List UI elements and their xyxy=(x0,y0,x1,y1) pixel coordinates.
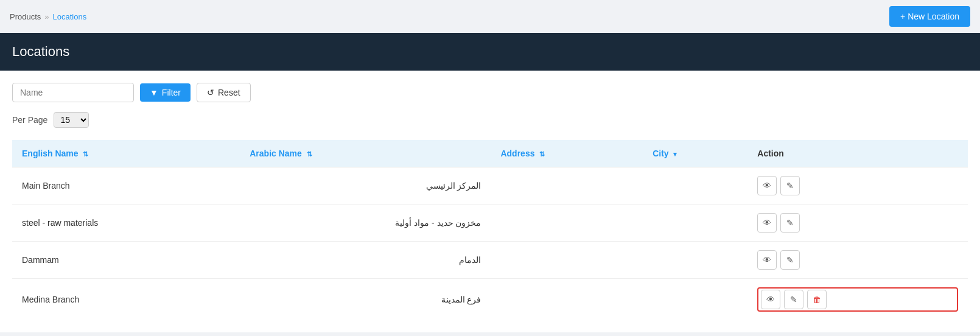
cell-city xyxy=(643,167,747,205)
edit-icon: ✎ xyxy=(786,218,794,228)
new-location-button[interactable]: + New Location xyxy=(889,6,970,27)
cell-city xyxy=(643,242,747,279)
action-buttons: 👁✎🗑 xyxy=(757,287,958,312)
per-page-select[interactable]: 15 25 50 100 xyxy=(54,112,89,128)
cell-arabic-name: مخزون حديد - مواد أولية xyxy=(240,205,491,242)
table-row: steel - raw materialsمخزون حديد - مواد أ… xyxy=(12,205,968,242)
cell-arabic-name: فرع المدينة xyxy=(240,279,491,321)
page-header: Locations xyxy=(0,33,980,71)
col-english-name[interactable]: English Name ⇅ xyxy=(12,140,240,167)
cell-action: 👁✎ xyxy=(747,205,968,242)
cell-address xyxy=(491,167,643,205)
view-button[interactable]: 👁 xyxy=(761,290,780,309)
cell-action: 👁✎ xyxy=(747,242,968,279)
reset-button[interactable]: ↺ Reset xyxy=(197,83,251,102)
cell-address xyxy=(491,205,643,242)
col-city[interactable]: City ▾ xyxy=(643,140,747,167)
filter-row: ▼ Filter ↺ Reset xyxy=(12,83,968,102)
eye-icon: 👁 xyxy=(763,181,771,191)
edit-button[interactable]: ✎ xyxy=(780,213,800,233)
sort-icon-address: ⇅ xyxy=(539,150,545,158)
action-buttons: 👁✎ xyxy=(757,176,958,195)
sort-icon-english: ⇅ xyxy=(83,150,88,158)
edit-button[interactable]: ✎ xyxy=(780,250,800,270)
edit-button[interactable]: ✎ xyxy=(784,290,803,309)
view-button[interactable]: 👁 xyxy=(757,213,777,233)
per-page-label: Per Page xyxy=(12,115,47,125)
col-arabic-name[interactable]: Arabic Name ⇅ xyxy=(240,140,491,167)
filter-icon: ▼ xyxy=(150,88,158,97)
cell-english-name: Main Branch xyxy=(12,167,240,205)
edit-icon: ✎ xyxy=(786,255,794,265)
cell-city xyxy=(643,279,747,321)
edit-icon: ✎ xyxy=(786,181,794,191)
sort-icon-arabic: ⇅ xyxy=(307,150,312,158)
cell-english-name: Dammam xyxy=(12,242,240,279)
cell-city xyxy=(643,205,747,242)
action-buttons: 👁✎ xyxy=(757,213,958,233)
cell-action: 👁✎🗑 xyxy=(747,279,968,321)
eye-icon: 👁 xyxy=(763,255,771,265)
cell-action: 👁✎ xyxy=(747,167,968,205)
cell-arabic-name: المركز الرئيسي xyxy=(240,167,491,205)
breadcrumb-current: Locations xyxy=(53,12,87,21)
eye-icon: 👁 xyxy=(763,218,771,228)
cell-address xyxy=(491,242,643,279)
table-row: Medina Branchفرع المدينة👁✎🗑 xyxy=(12,279,968,321)
edit-icon: ✎ xyxy=(790,295,797,304)
table-header-row: English Name ⇅ Arabic Name ⇅ Address ⇅ C… xyxy=(12,140,968,167)
breadcrumb-parent[interactable]: Products xyxy=(10,12,41,21)
page-title: Locations xyxy=(12,44,968,60)
view-button[interactable]: 👁 xyxy=(757,250,777,270)
cell-english-name: Medina Branch xyxy=(12,279,240,321)
cell-english-name: steel - raw materials xyxy=(12,205,240,242)
cell-address xyxy=(491,279,643,321)
col-action: Action xyxy=(747,140,968,167)
table-row: Dammamالدمام👁✎ xyxy=(12,242,968,279)
action-buttons: 👁✎ xyxy=(757,250,958,270)
trash-icon: 🗑 xyxy=(813,295,821,304)
locations-table: English Name ⇅ Arabic Name ⇅ Address ⇅ C… xyxy=(12,140,968,320)
delete-button[interactable]: 🗑 xyxy=(807,290,827,309)
eye-icon: 👁 xyxy=(766,295,775,304)
breadcrumb-separator: » xyxy=(44,12,49,21)
edit-button[interactable]: ✎ xyxy=(780,176,800,195)
per-page-row: Per Page 15 25 50 100 xyxy=(12,112,968,128)
col-address[interactable]: Address ⇅ xyxy=(491,140,643,167)
sort-icon-city: ▾ xyxy=(673,150,677,158)
view-button[interactable]: 👁 xyxy=(757,176,777,195)
cell-arabic-name: الدمام xyxy=(240,242,491,279)
filter-button[interactable]: ▼ Filter xyxy=(140,83,191,102)
breadcrumb: Products » Locations xyxy=(10,12,86,21)
reset-icon: ↺ xyxy=(207,88,214,97)
table-row: Main Branchالمركز الرئيسي👁✎ xyxy=(12,167,968,205)
name-search-input[interactable] xyxy=(12,83,134,102)
